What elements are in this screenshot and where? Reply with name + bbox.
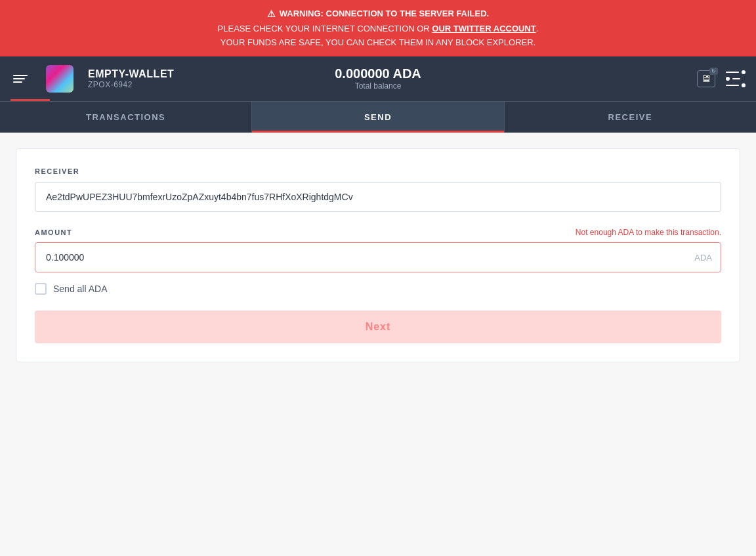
send-all-label: Send all ADA (53, 284, 108, 294)
tab-send[interactable]: SEND (252, 102, 504, 133)
main-content: RECEIVER AMOUNT Not enough ADA to make t… (0, 133, 756, 556)
warning-title: ⚠ WARNING: CONNECTION TO THE SERVER FAIL… (13, 7, 743, 21)
header-center: 0.000000 ADA Total balance (335, 66, 421, 91)
hardware-wallet-icon: 🖥 ↻ (697, 70, 715, 87)
header-right: 🖥 ↻ (697, 70, 746, 87)
wallet-name: EMPTY-WALLET (88, 68, 174, 80)
tab-transactions[interactable]: TRANSACTIONS (0, 102, 252, 133)
wallet-avatar (46, 65, 74, 93)
warning-icon: ⚠ (267, 7, 276, 21)
receiver-label: RECEIVER (35, 167, 721, 175)
header: EMPTY-WALLET ZPOX-6942 0.000000 ADA Tota… (0, 56, 756, 101)
amount-input-wrapper: ADA (35, 242, 721, 272)
amount-row: AMOUNT Not enough ADA to make this trans… (35, 228, 721, 237)
warning-title-text: WARNING: CONNECTION TO THE SERVER FAILED… (280, 7, 489, 21)
warning-line2: PLEASE CHECK YOUR INTERNET CONNECTION OR… (13, 22, 743, 36)
send-all-row: Send all ADA (35, 283, 721, 295)
tab-receive[interactable]: RECEIVE (505, 102, 756, 133)
tab-active-indicator (10, 99, 50, 101)
warning-line3: YOUR FUNDS ARE SAFE, YOU CAN CHECK THEM … (13, 36, 743, 50)
sliders-icon (726, 70, 746, 87)
next-button[interactable]: Next (35, 310, 721, 343)
send-form: RECEIVER AMOUNT Not enough ADA to make t… (16, 148, 740, 362)
send-all-checkbox[interactable] (35, 283, 47, 295)
wallet-id: ZPOX-6942 (88, 80, 174, 89)
twitter-link[interactable]: OUR TWITTER ACCOUNT (432, 24, 536, 33)
header-left: EMPTY-WALLET ZPOX-6942 (10, 65, 174, 93)
wallet-info: EMPTY-WALLET ZPOX-6942 (88, 68, 174, 89)
amount-label: AMOUNT (35, 228, 72, 236)
tab-bar: TRANSACTIONS SEND RECEIVE (0, 101, 756, 133)
warning-banner: ⚠ WARNING: CONNECTION TO THE SERVER FAIL… (0, 0, 756, 56)
balance-amount: 0.000000 ADA (335, 66, 421, 81)
receiver-input[interactable] (35, 182, 721, 212)
settings-button[interactable] (726, 70, 746, 87)
amount-error: Not enough ADA to make this transaction. (576, 228, 721, 237)
layers-icon[interactable] (13, 75, 28, 83)
hardware-wallet-button[interactable]: 🖥 ↻ (697, 70, 715, 87)
balance-label: Total balance (335, 81, 421, 91)
ada-currency-label: ADA (694, 252, 712, 262)
amount-input[interactable] (35, 242, 721, 272)
